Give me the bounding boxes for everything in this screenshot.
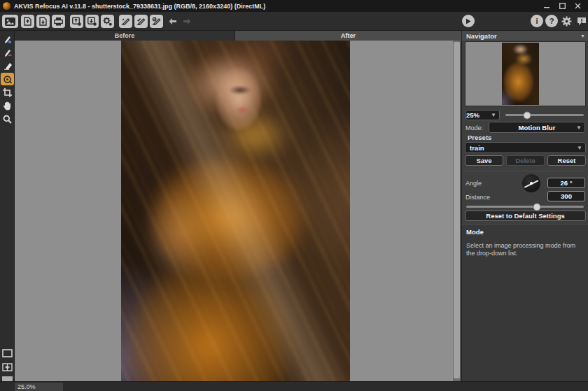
navigator-thumbnail[interactable] <box>502 43 539 105</box>
save-preset-button[interactable]: Save <box>465 155 503 166</box>
save-lines-button[interactable] <box>134 15 148 28</box>
window-title: AKVIS Refocus AI v.11.8 - shutterstock_7… <box>14 3 265 10</box>
zoom-slider[interactable] <box>505 114 584 116</box>
angle-dial[interactable] <box>522 174 540 192</box>
minimize-button[interactable] <box>539 0 554 12</box>
load-lines-button[interactable] <box>119 15 132 28</box>
undo-button[interactable] <box>166 15 179 28</box>
navigator-header[interactable]: Navigator ▼ <box>462 31 588 41</box>
result-image[interactable] <box>121 41 350 381</box>
redo-button[interactable] <box>181 15 194 28</box>
distance-slider-handle[interactable] <box>533 203 540 211</box>
crop-tool[interactable] <box>1 86 14 99</box>
batch-processing-button[interactable] <box>101 15 114 28</box>
reset-preset-button[interactable]: Reset <box>547 155 586 166</box>
delete-preset-button[interactable]: Delete <box>506 155 545 166</box>
tab-after[interactable]: After <box>235 31 461 41</box>
hand-tool[interactable] <box>1 99 14 112</box>
distance-slider[interactable] <box>466 206 584 208</box>
angle-input[interactable]: 26 ° <box>547 178 585 188</box>
image-canvas[interactable] <box>15 41 453 381</box>
separator <box>465 171 586 171</box>
photo-face-region <box>204 62 274 145</box>
mode-select[interactable]: Motion Blur ▼ <box>489 122 585 133</box>
import-presets-button[interactable] <box>70 15 83 28</box>
tab-before[interactable]: Before <box>15 31 235 41</box>
presets-label: Presets <box>468 134 491 141</box>
zoom-slider-handle[interactable] <box>524 111 531 119</box>
close-button[interactable] <box>570 0 585 12</box>
vertical-scrollbar[interactable] <box>453 41 461 381</box>
single-view-button[interactable] <box>1 348 13 359</box>
toolbar: i ? <box>0 12 588 31</box>
status-bar: 25.0% <box>0 381 588 391</box>
zoom-value: 25% <box>466 111 482 119</box>
navigator-collapse-icon[interactable]: ▼ <box>580 34 588 38</box>
print-button[interactable] <box>52 15 65 28</box>
preview-area-tool[interactable] <box>1 73 14 85</box>
help-button[interactable]: ? <box>545 15 558 27</box>
chevron-down-icon: ▼ <box>577 145 585 151</box>
zoom-tool[interactable] <box>1 113 14 125</box>
split-view-button[interactable] <box>1 362 13 373</box>
reset-defaults-button[interactable]: Reset to Default Settings <box>465 211 586 221</box>
keep-area-tool[interactable] <box>1 33 14 45</box>
open-image-button[interactable] <box>21 15 34 28</box>
export-presets-button[interactable] <box>85 15 99 28</box>
mode-value: Motion Blur <box>519 124 556 131</box>
eraser-tool[interactable] <box>1 59 14 72</box>
preset-value: train <box>470 144 484 152</box>
blur-area-tool[interactable] <box>1 46 14 59</box>
navigator-title: Navigator <box>466 32 497 40</box>
status-zoom-value: 25.0% <box>15 383 63 391</box>
angle-dial-center <box>530 182 533 185</box>
angle-label: Angle <box>465 180 482 187</box>
run-button[interactable] <box>462 15 475 27</box>
tool-strip <box>0 31 15 381</box>
settings-panel: Navigator ▼ 25% ▼ Mode: Motion Blur ▼ Pr… <box>461 31 588 381</box>
hint-text: Select an image processing mode from the… <box>466 242 584 258</box>
preset-select[interactable]: train ▼ <box>465 142 586 153</box>
preferences-button[interactable] <box>560 15 573 28</box>
workspace-button[interactable] <box>2 15 18 28</box>
chevron-down-icon: ▼ <box>576 125 584 131</box>
feedback-button[interactable] <box>575 15 588 28</box>
app-logo-icon <box>3 2 10 10</box>
hint-title: Mode <box>466 228 584 236</box>
vertical-scrollbar-thumb[interactable] <box>454 42 460 378</box>
zoom-select[interactable]: 25% ▼ <box>465 110 500 120</box>
view-tabs: Before After <box>15 31 461 41</box>
thumbnail-image <box>502 43 539 105</box>
maximize-button[interactable] <box>554 0 570 12</box>
navigator-preview[interactable] <box>465 41 586 106</box>
info-button[interactable]: i <box>531 15 543 27</box>
mode-label: Mode: <box>465 125 483 131</box>
toggle-lines-button[interactable] <box>150 15 163 28</box>
save-image-button[interactable] <box>36 15 50 28</box>
titlebar: AKVIS Refocus AI v.11.8 - shutterstock_7… <box>0 0 588 12</box>
distance-input[interactable]: 300 <box>547 191 585 201</box>
distance-label: Distance <box>465 194 490 201</box>
hint-panel: Mode Select an image processing mode fro… <box>462 224 588 381</box>
chevron-down-icon: ▼ <box>491 112 499 118</box>
